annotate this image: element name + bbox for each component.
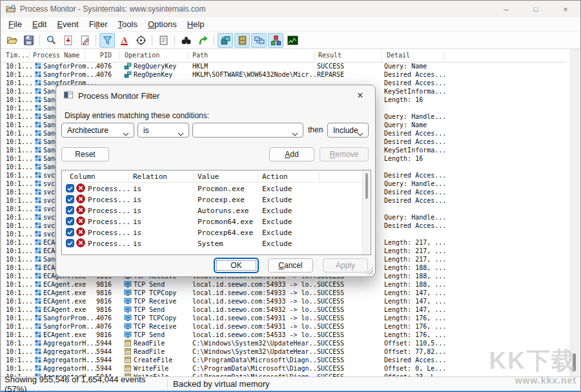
filter-col-relation[interactable]: Relation bbox=[133, 172, 167, 181]
filter-rule-row[interactable]: Process...isProcexp.exeExclude bbox=[62, 194, 371, 205]
autoscroll-icon[interactable] bbox=[60, 33, 76, 48]
cell-detail: KeySetInforma... bbox=[384, 87, 566, 96]
menu-tools[interactable]: Tools bbox=[113, 18, 143, 30]
scrollbar-thumb[interactable] bbox=[573, 353, 576, 371]
filter-col-action[interactable]: Action bbox=[262, 172, 288, 181]
rule-column: Process... bbox=[88, 185, 130, 193]
menu-file[interactable]: File bbox=[3, 18, 27, 30]
menu-help[interactable]: Help bbox=[182, 18, 210, 30]
event-row[interactable]: 10:1...AggregatorH...5944WriteFileC:\Pro… bbox=[1, 364, 567, 373]
event-row[interactable]: 10:1...ECAgent.exe9816TCP Sendlocal.id.s… bbox=[1, 331, 567, 339]
rule-checkbox[interactable] bbox=[66, 184, 74, 194]
cell-time: 10:1... bbox=[6, 297, 33, 305]
cell-detail: Desired Acces... bbox=[384, 188, 566, 196]
maximize-button[interactable]: □ bbox=[521, 1, 551, 17]
event-row[interactable]: 10:1...SangforProm...4076RegQueryKeyHKLM… bbox=[1, 62, 567, 70]
filter-list: Column Relation Value Action Process...i… bbox=[61, 170, 371, 255]
rule-checkbox[interactable] bbox=[66, 217, 74, 227]
event-row[interactable]: 10:1...ECAgent.exe9816TCP Sendlocal.id.s… bbox=[1, 280, 567, 289]
menu-event[interactable]: Event bbox=[52, 18, 83, 30]
jump-to-icon[interactable] bbox=[195, 33, 210, 48]
cell-result: SUCCESS bbox=[317, 314, 382, 322]
exclude-icon bbox=[76, 238, 85, 249]
value-combobox[interactable] bbox=[192, 123, 303, 138]
cancel-button[interactable]: Cancel bbox=[268, 258, 313, 273]
filter-col-column[interactable]: Column bbox=[70, 172, 96, 181]
find-icon[interactable] bbox=[178, 33, 194, 48]
then-label: then bbox=[308, 125, 323, 134]
cell-time: 10:1... bbox=[6, 154, 33, 163]
rule-checkbox[interactable] bbox=[66, 206, 74, 216]
col-header-operation[interactable]: Operation bbox=[125, 52, 159, 59]
save-icon[interactable] bbox=[21, 33, 36, 48]
show-filesystem-icon[interactable] bbox=[234, 33, 250, 48]
cell-detail: Length: 147, ... bbox=[384, 305, 566, 314]
filter-icon[interactable] bbox=[99, 33, 115, 48]
column-combobox[interactable]: Architecture bbox=[61, 123, 134, 138]
filter-rule-row[interactable]: Process...isProcmon64.exeExclude bbox=[62, 216, 371, 227]
show-registry-icon[interactable] bbox=[218, 33, 233, 48]
toolbar-separator bbox=[152, 35, 152, 46]
close-button[interactable]: × bbox=[551, 1, 580, 17]
vertical-scrollbar[interactable] bbox=[569, 49, 580, 377]
cell-time: 10:1... bbox=[6, 289, 33, 297]
col-header-path[interactable]: Path bbox=[192, 52, 208, 59]
dialog-resize-grip[interactable] bbox=[365, 267, 373, 274]
filter-rule-row[interactable]: Process...isSystemExclude bbox=[62, 238, 371, 249]
cell-time: 10:1... bbox=[6, 347, 33, 356]
cell-time: 10:1... bbox=[6, 331, 33, 339]
reset-button[interactable]: Reset bbox=[61, 147, 109, 161]
filter-rule-row[interactable]: Process...isProcexp64.exeExclude bbox=[62, 227, 371, 238]
menu-filter[interactable]: Filter bbox=[84, 18, 113, 30]
col-header-process[interactable]: Process Name bbox=[33, 52, 79, 59]
event-row[interactable]: 10:1...ECAgent.exe9816TCP Sendlocal.id.s… bbox=[1, 305, 567, 314]
filter-rule-row[interactable]: Process...isAutoruns.exeExclude bbox=[62, 205, 371, 216]
col-header-time[interactable]: Tim... bbox=[6, 52, 29, 59]
add-button[interactable]: Add bbox=[269, 147, 314, 161]
filter-list-scrollbar[interactable] bbox=[362, 170, 371, 254]
event-row[interactable]: 10:1...AggregatorH...5944ReadFileC:\Wind… bbox=[1, 339, 567, 347]
filter-col-value[interactable]: Value bbox=[198, 172, 219, 181]
apply-button[interactable]: Apply bbox=[323, 258, 368, 273]
rule-checkbox[interactable] bbox=[66, 239, 74, 249]
cell-pid: 4076 bbox=[88, 322, 112, 331]
col-header-pid[interactable]: PID bbox=[88, 52, 112, 59]
col-header-detail[interactable]: Detail bbox=[387, 52, 410, 59]
action-combobox[interactable]: Include bbox=[327, 123, 369, 138]
minimize-button[interactable]: – bbox=[491, 1, 521, 17]
relation-combobox[interactable]: is bbox=[138, 123, 189, 138]
show-network-icon[interactable] bbox=[251, 33, 267, 48]
procmon-window: Process Monitor - Sysinternals: www.sysi… bbox=[0, 0, 581, 392]
chevron-down-icon bbox=[292, 129, 298, 138]
event-row[interactable]: 10:1...SangforProm...4076TCP TCPCopyloca… bbox=[1, 314, 567, 322]
menu-options[interactable]: Options bbox=[143, 18, 182, 30]
col-header-result[interactable]: Result bbox=[318, 52, 341, 59]
event-row[interactable]: 10:1...AggregatorH...5944ReadFileC:\Wind… bbox=[1, 347, 567, 356]
cell-detail bbox=[384, 104, 566, 112]
event-row[interactable]: 10:1...SangforProm...4076TCP Receiveloca… bbox=[1, 322, 567, 331]
menu-edit[interactable]: Edit bbox=[27, 18, 52, 30]
rule-checkbox[interactable] bbox=[66, 195, 74, 205]
capture-icon[interactable] bbox=[43, 33, 59, 48]
event-row[interactable]: 10:1...ECAgent.exe9816TCP TCPCopylocal.i… bbox=[1, 289, 567, 297]
cell-operation: TCP Send bbox=[134, 280, 190, 289]
chevron-down-icon bbox=[178, 129, 184, 138]
cell-detail: Length: 176, ... bbox=[384, 331, 566, 339]
open-file-icon[interactable] bbox=[4, 33, 19, 48]
dialog-close-icon[interactable]: × bbox=[348, 87, 372, 105]
show-process-icon[interactable] bbox=[268, 33, 283, 48]
remove-button[interactable]: Remove bbox=[320, 147, 369, 161]
event-row[interactable]: 10:1...SangforProm...4076RegOpenKeyHKLM\… bbox=[1, 70, 567, 79]
event-row[interactable]: 10:1...AggregatorH...5944CreateFileC:\Pr… bbox=[1, 356, 567, 364]
include-process-icon[interactable] bbox=[133, 33, 148, 48]
clear-icon[interactable] bbox=[77, 33, 92, 48]
event-row[interactable]: 10:1...ECAgent.exe9816TCP Receivelocal.i… bbox=[1, 297, 567, 305]
cell-path: local.id.seewo.com:54933 -> lo... bbox=[192, 297, 316, 305]
rule-checkbox[interactable] bbox=[66, 228, 74, 238]
ok-button[interactable]: OK bbox=[214, 258, 258, 273]
highlight-icon[interactable]: A bbox=[116, 33, 132, 48]
filter-rule-row[interactable]: Process...isProcmon.exeExclude bbox=[62, 183, 371, 194]
cell-time: 10:1... bbox=[6, 314, 33, 322]
event-properties-icon[interactable] bbox=[156, 33, 171, 48]
show-profiling-icon[interactable] bbox=[285, 33, 300, 48]
